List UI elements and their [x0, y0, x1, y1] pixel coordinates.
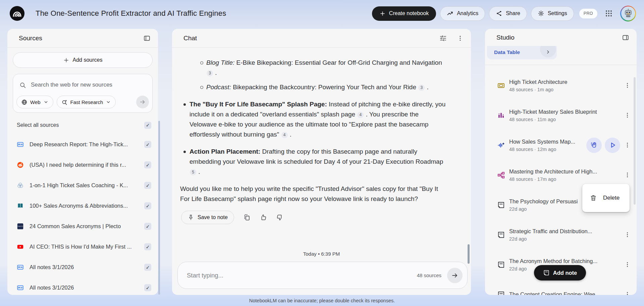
data-table-label: Data Table — [494, 49, 520, 55]
mindmap-icon — [497, 171, 505, 179]
sources-body: Add sources Web — [7, 48, 158, 295]
chat-settings-icon[interactable] — [439, 35, 447, 42]
studio-item-meta: 48 sources · 12m ago — [509, 147, 583, 152]
notebook-title[interactable]: The One-Sentence Profit Extractor and AI… — [36, 9, 226, 18]
sources-panel: Sources Add sources — [7, 29, 158, 295]
source-title: (USA) I need help determining if this r.… — [30, 162, 139, 168]
chat-text-input[interactable] — [187, 272, 413, 279]
chat-sub-bullet: Podcast: Bikepacking the Backcountry: Po… — [180, 82, 447, 92]
search-input[interactable] — [31, 82, 146, 88]
main-area: Sources Add sources — [7, 29, 637, 295]
source-row[interactable]: PLECTO24 Common Sales Acronyms | Plecto✓ — [13, 216, 153, 237]
globe-icon — [21, 99, 28, 105]
studio-item-title: How Sales Systems Map... — [509, 139, 583, 145]
collapse-studio-panel-icon[interactable] — [622, 34, 629, 41]
studio-item-menu-icon[interactable] — [624, 232, 631, 238]
thumbs-up-icon[interactable] — [260, 214, 267, 221]
studio-item-menu-icon[interactable] — [624, 142, 631, 148]
citation-chip[interactable]: 3 — [207, 70, 213, 76]
search-icon — [19, 82, 26, 89]
select-all-checkbox[interactable]: ✓ — [144, 122, 151, 129]
chat-sub-bullet: Blog Title: E-Bike Bikepacking: Essentia… — [180, 58, 447, 78]
source-row[interactable]: 100+ Sales Acronyms & Abbreviations...✓ — [13, 196, 153, 216]
source-row[interactable]: All notes 3/1/2026✓ — [13, 257, 153, 277]
chat-more-menu-icon[interactable] — [457, 35, 464, 42]
thumbs-down-icon[interactable] — [276, 214, 283, 221]
analytics-button[interactable]: Analytics — [440, 6, 485, 21]
studio-item-row[interactable]: High-Ticket Mastery Sales Blueprint48 so… — [485, 100, 637, 130]
sources-header: Sources — [7, 29, 158, 48]
apps-grid-icon[interactable] — [605, 9, 613, 17]
notebooklm-logo-icon[interactable] — [9, 6, 25, 21]
citation-chip[interactable]: 4 — [357, 112, 364, 118]
copy-icon[interactable] — [243, 214, 251, 221]
magic-search-icon — [61, 99, 68, 105]
citation-chip[interactable]: 5 — [190, 169, 196, 175]
studio-item-row[interactable]: How Sales Systems Map...48 sources · 12m… — [485, 130, 637, 160]
settings-button[interactable]: Settings — [531, 6, 574, 21]
studio-item-title: The Acronym Method for Batching... — [509, 258, 620, 264]
doc-markdown-icon — [17, 264, 24, 271]
youtube-icon — [17, 243, 24, 250]
studio-item-row[interactable]: High Ticket Architecture48 sources · 1m … — [485, 70, 637, 100]
avatar[interactable] — [620, 6, 636, 21]
source-checkbox[interactable]: ✓ — [144, 223, 151, 230]
chat-panel-title: Chat — [183, 35, 197, 42]
source-checkbox[interactable]: ✓ — [144, 141, 151, 148]
chat-input-area: Today • 6:39 PM 48 sources — [172, 251, 471, 295]
source-row[interactable]: All notes 3/1/2026✓ — [13, 277, 153, 295]
collapse-sources-panel-icon[interactable] — [143, 35, 151, 42]
add-note-button[interactable]: Add note — [534, 265, 586, 280]
select-all-label: Select all sources — [17, 122, 59, 128]
source-checkbox[interactable]: ✓ — [144, 243, 151, 250]
chat-timestamp: Today • 6:39 PM — [172, 251, 471, 257]
source-list: Deep Research Report: The High-Tick...✓(… — [13, 134, 153, 295]
trash-icon — [590, 194, 597, 202]
studio-item-menu-icon[interactable] — [624, 291, 631, 295]
studio-item-menu-icon[interactable] — [624, 112, 631, 118]
web-filter-dropdown[interactable]: Web — [16, 96, 53, 108]
add-sources-button[interactable]: Add sources — [13, 52, 153, 68]
studio-scrolled-card-zone: Data Table — [485, 46, 637, 60]
source-row[interactable]: 1-on-1 High Ticket Sales Coaching - K...… — [13, 175, 153, 196]
chat-paragraph: Would you like me to help you write the … — [180, 184, 447, 204]
create-notebook-button[interactable]: Create notebook — [372, 6, 436, 21]
studio-item-menu-icon[interactable] — [624, 261, 631, 268]
citation-chip[interactable]: 3 — [418, 85, 425, 91]
source-row[interactable]: (USA) I need help determining if this r.… — [13, 155, 153, 175]
chat-input-box[interactable]: 48 sources — [177, 262, 468, 289]
sources-panel-title: Sources — [19, 35, 42, 42]
chat-bullet: Action Plan Placement: Drafting the copy… — [180, 147, 447, 177]
studio-item-row[interactable]: The Content Creation Engine: Wee... — [485, 279, 637, 295]
panel-resize-handle[interactable] — [158, 121, 160, 295]
context-menu-delete[interactable]: Delete — [582, 184, 630, 212]
audio-waveform-icon — [497, 141, 505, 149]
save-to-note-button[interactable]: Save to note — [181, 211, 234, 224]
search-submit-button[interactable] — [136, 96, 149, 108]
source-row[interactable]: AI CEO: THIS is How I'd Make My First ..… — [13, 237, 153, 257]
source-row[interactable]: Deep Research Report: The High-Tick...✓ — [13, 134, 153, 155]
chat-bullet: The "Buy It For Life Basecamp" Splash Pa… — [180, 99, 447, 140]
studio-scrollbar-thumb[interactable] — [634, 77, 636, 205]
source-checkbox[interactable]: ✓ — [144, 284, 151, 291]
source-checkbox[interactable]: ✓ — [144, 202, 151, 209]
citation-chip[interactable]: 4 — [281, 132, 288, 138]
studio-item-row[interactable]: Strategic Traffic and Distribution...22d… — [485, 220, 637, 250]
studio-item-menu-icon[interactable] — [624, 172, 631, 178]
share-button[interactable]: Share — [489, 6, 527, 21]
interactive-mode-button[interactable] — [586, 138, 602, 153]
chat-scrollbar-thumb[interactable] — [468, 244, 470, 264]
source-checkbox[interactable]: ✓ — [144, 264, 151, 271]
plecto-icon: PLECTO — [17, 223, 24, 230]
source-title: AI CEO: THIS is How I'd Make My First ..… — [30, 244, 139, 250]
send-button[interactable] — [447, 268, 463, 283]
source-checkbox[interactable]: ✓ — [144, 182, 151, 189]
delete-menu-item: Delete — [603, 195, 620, 201]
source-title: 100+ Sales Acronyms & Abbreviations... — [30, 203, 139, 209]
play-button[interactable] — [605, 138, 620, 153]
message-actions-row: Save to note — [180, 211, 447, 224]
source-checkbox[interactable]: ✓ — [144, 161, 151, 168]
research-mode-dropdown[interactable]: Fast Research — [57, 96, 116, 108]
flashcards-icon — [497, 82, 505, 90]
studio-item-menu-icon[interactable] — [624, 82, 631, 89]
